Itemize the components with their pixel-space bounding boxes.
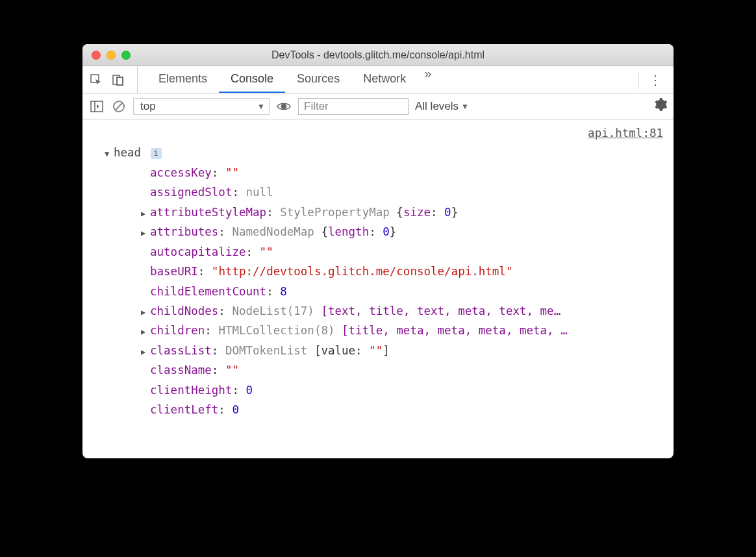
divider (638, 71, 638, 89)
prop-baseURI[interactable]: baseURI: "http://devtools.glitch.me/cons… (141, 262, 674, 281)
prop-attributeStyleMap[interactable]: ▶attributeStyleMap: StylePropertyMap {si… (141, 203, 674, 222)
tab-network[interactable]: Network (351, 66, 418, 93)
chevron-down-icon: ▼ (257, 102, 265, 111)
window-title: DevTools - devtools.glitch.me/console/ap… (82, 49, 674, 61)
prop-childElementCount[interactable]: childElementCount: 8 (141, 282, 674, 301)
minimize-button[interactable] (107, 51, 116, 60)
traffic-lights (82, 51, 131, 60)
prop-clientHeight[interactable]: clientHeight: 0 (141, 380, 674, 400)
disclosure-triangle-icon[interactable]: ▶ (141, 345, 150, 359)
clear-console-icon[interactable] (111, 99, 127, 114)
inspector-icons (89, 66, 138, 93)
prop-assignedSlot[interactable]: assignedSlot: null (141, 182, 674, 202)
object-root-row[interactable]: ▼head i (105, 143, 674, 162)
disclosure-triangle-icon[interactable]: ▶ (141, 306, 150, 319)
disclosure-triangle-icon[interactable]: ▶ (141, 207, 150, 221)
close-button[interactable] (92, 51, 101, 60)
prop-className[interactable]: className: "" (141, 360, 674, 380)
prop-classList[interactable]: ▶classList: DOMTokenList [value: ""] (141, 341, 674, 360)
console-settings-icon[interactable] (654, 98, 667, 114)
context-selector[interactable]: top ▼ (133, 98, 270, 115)
filter-input[interactable] (298, 98, 409, 115)
settings-menu-icon[interactable]: ⋮ (646, 72, 664, 88)
console-toolbar: top ▼ All levels ▼ (82, 93, 674, 119)
source-link[interactable]: api.html:81 (82, 123, 674, 143)
levels-label: All levels (415, 100, 459, 113)
tab-sources[interactable]: Sources (285, 66, 351, 93)
zoom-button[interactable] (121, 51, 131, 60)
prop-autocapitalize[interactable]: autocapitalize: "" (141, 242, 674, 262)
object-root-label: head (114, 146, 141, 159)
chevron-down-icon: ▼ (461, 102, 469, 111)
more-tabs-icon[interactable]: » (418, 66, 438, 93)
disclosure-triangle-icon[interactable]: ▶ (141, 227, 150, 240)
prop-children[interactable]: ▶children: HTMLCollection(8) [title, met… (141, 321, 674, 340)
info-icon[interactable]: i (151, 148, 162, 159)
svg-rect-2 (117, 77, 123, 85)
context-label: top (140, 100, 156, 113)
object-properties: accessKey: "" assignedSlot: null ▶attrib… (105, 163, 674, 420)
console-output: api.html:81 ▼head i accessKey: "" assign… (82, 119, 674, 458)
panel-tabs: Elements Console Sources Network » ⋮ (82, 66, 674, 93)
prop-clientLeft[interactable]: clientLeft: 0 (141, 400, 674, 419)
prop-childNodes[interactable]: ▶childNodes: NodeList(17) [text, title, … (141, 301, 674, 321)
prop-accessKey[interactable]: accessKey: "" (141, 163, 674, 182)
sidebar-toggle-icon[interactable] (89, 99, 105, 114)
logged-object: ▼head i accessKey: "" assignedSlot: null… (82, 143, 674, 419)
live-expression-icon[interactable] (276, 99, 292, 114)
tab-console[interactable]: Console (219, 66, 285, 93)
inspect-element-icon[interactable] (89, 73, 103, 87)
prop-attributes[interactable]: ▶attributes: NamedNodeMap {length: 0} (141, 222, 674, 241)
svg-point-8 (282, 104, 286, 108)
device-toolbar-icon[interactable] (111, 73, 125, 87)
svg-line-7 (116, 103, 123, 110)
disclosure-triangle-icon[interactable]: ▶ (141, 325, 150, 339)
devtools-window: DevTools - devtools.glitch.me/console/ap… (82, 44, 674, 458)
log-levels-selector[interactable]: All levels ▼ (415, 100, 469, 113)
titlebar: DevTools - devtools.glitch.me/console/ap… (82, 44, 674, 66)
tab-elements[interactable]: Elements (147, 66, 219, 93)
disclosure-triangle-icon[interactable]: ▼ (105, 147, 114, 161)
